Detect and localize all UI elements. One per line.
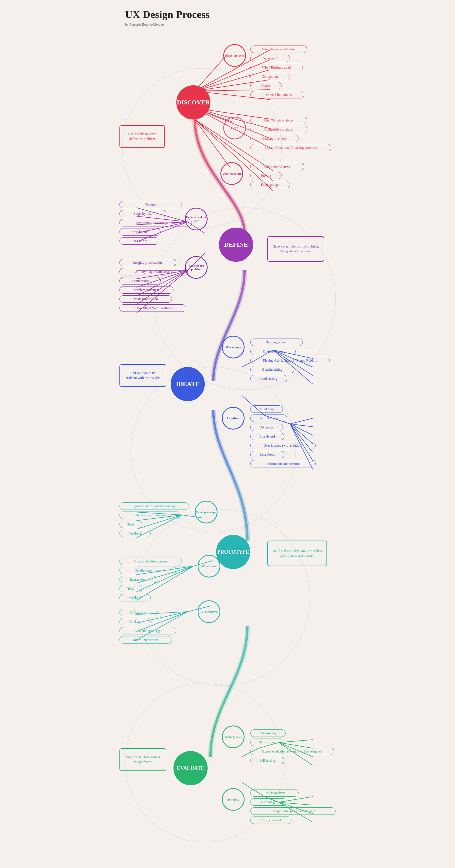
ideate-tagline-box: Find solution to the problem with the in…: [120, 364, 166, 387]
define-tagline-box: Have a clear view of the problem, the go…: [267, 236, 324, 262]
stakeholders-circle: Stake- holders: [223, 44, 246, 67]
discover-circle: DISCOVER: [176, 85, 210, 120]
pill-data-3: Content inventory: [250, 135, 299, 142]
pill-research-1: Interviews of users: [250, 163, 304, 170]
pill-usability-2: SUS survey: [250, 739, 284, 746]
pill-usability-1: Shadowing: [250, 730, 286, 737]
pill-redefine-1: Insights prioritization: [120, 259, 176, 266]
paper-prototype-circle: Paper prototype: [195, 501, 218, 524]
pill-data-4: Expert evaluation (if existing product): [250, 144, 331, 151]
pill-creation-3: UX magic: [250, 424, 283, 431]
pill-wire-1: Black and white screens: [120, 558, 182, 565]
pill-redefine-4: Problem statement: [120, 286, 173, 293]
pill-understand-2: Empathy map: [120, 210, 166, 217]
svg-line-44: [290, 418, 313, 424]
svg-line-45: [290, 424, 313, 427]
pill-stakeholders-5: Metrics: [250, 82, 282, 89]
pill-wire-3: Interactions: [120, 576, 156, 583]
page-title-block: UX Design Process by François Bouniq-Mer…: [125, 8, 210, 27]
pill-understand-5: User stories: [120, 237, 159, 245]
pill-workshops-4: Benchmarking: [250, 366, 294, 373]
pill-stakeholders-2: For whom?: [250, 55, 290, 62]
ideate-circle: IDEATE: [171, 367, 205, 401]
pill-research-3: Focus groups: [250, 181, 290, 188]
pill-creation-5: User journey (with solution): [250, 442, 316, 449]
pill-redefine-6: "How Might We" questions: [120, 304, 186, 312]
discover-tagline-box: Get insights to better define the proble…: [120, 125, 165, 148]
svg-point-4: [134, 509, 310, 686]
pill-data-2: Competitive analysis: [250, 126, 307, 133]
redefine-circle: Redefine the problem: [185, 256, 207, 279]
pill-understand-1: Persona: [120, 201, 182, 208]
pill-stakeholders-1: What do we want to do?: [250, 45, 307, 53]
pill-hifi-2: Mockups: [120, 618, 151, 625]
pill-synthese-3: If no-go, same player shoot again!: [250, 807, 335, 815]
pill-wire-2: Detailed user flows: [120, 567, 176, 574]
svg-line-6: [195, 54, 228, 91]
pill-data-1: Internal data analysis: [250, 117, 307, 124]
pill-paper-1: Quick and dirty hand drawing: [120, 502, 189, 510]
prototype-tagline-box: Build and test ideas. Make mistakes quic…: [267, 540, 327, 566]
workshops-circle: Workshops: [222, 336, 245, 359]
creation-circle: Creation: [222, 407, 245, 430]
usability-circle: Usability tests: [222, 725, 245, 748]
pill-stakeholders-3: Why? Business goal?: [250, 64, 303, 71]
hifi-circle: Hi-Fi prototype: [198, 600, 220, 623]
pill-redefine-2: Affinity map / Card sorting: [120, 268, 188, 275]
pill-understand-3: User journey / User experience: [120, 219, 192, 226]
title-divider: [125, 22, 199, 22]
author-label: by François Bouniq-Mercier: [125, 23, 210, 27]
synthese-circle: Synthèse: [222, 788, 245, 811]
pill-paper-2: Interactions simulation: [120, 512, 181, 519]
pill-creation-2: Affinity map: [250, 414, 287, 422]
pill-usability-3: Expert evaluation (by another UX designe…: [250, 748, 334, 755]
pill-usability-4: A/B testing: [250, 757, 284, 764]
pill-synthese-2: Go / No-go: [250, 798, 287, 806]
pill-redefine-5: Value proposition: [120, 295, 172, 303]
pill-creation-7: Information architecture: [250, 460, 316, 467]
pill-creation-4: Storyboard: [250, 433, 284, 440]
pill-stakeholders-4: Competitors: [250, 73, 290, 80]
pill-workshops-5: Card sorting: [250, 375, 287, 382]
evaluate-tagline-box: Does the solution answer the problem?: [120, 748, 166, 771]
pill-hifi-4: Micro-interactions: [120, 636, 172, 644]
pill-hifi-3: Interactive prototype: [120, 627, 176, 634]
pill-stakeholders-6: Technical limitations: [250, 91, 304, 98]
svg-line-47: [290, 424, 313, 444]
data-circle: Data: [223, 117, 246, 140]
pill-workshops-2: Brainstorming: [250, 348, 296, 355]
pill-hifi-1: UI Research: [120, 609, 158, 616]
pill-understand-4: Storyboards: [120, 228, 161, 236]
pill-research-2: Surveys: [250, 172, 282, 179]
define-circle: DEFINE: [219, 227, 253, 262]
prototype-circle: PROTOTYPE: [216, 535, 250, 569]
pill-wire-5: Feedback: [120, 594, 151, 601]
page-wrapper: UX Design Process by François Bouniq-Mer…: [114, 0, 341, 868]
pill-wire-4: Tests: [120, 585, 142, 592]
pill-synthese-4: If go, you win!: [250, 816, 291, 824]
wireframe-circle: Wireframe: [198, 555, 220, 578]
pill-workshops-1: Building a team: [250, 339, 303, 346]
pill-paper-4: Feedback: [120, 530, 151, 537]
pill-workshops-3: Playing 6 to 1, Crazy 8, Round Robin...: [250, 357, 330, 364]
pill-synthese-1: Results analysis: [250, 789, 299, 797]
user-research-circle: User research: [220, 162, 243, 185]
pill-creation-1: Mind map: [250, 405, 283, 413]
evaluate-circle: EVALUATE: [173, 751, 207, 785]
pill-creation-6: User flows: [250, 451, 284, 458]
svg-line-46: [290, 424, 313, 435]
pill-redefine-3: Assumptions: [120, 277, 161, 284]
main-title: UX Design Process: [125, 8, 210, 21]
pill-paper-3: Tests: [120, 521, 142, 528]
